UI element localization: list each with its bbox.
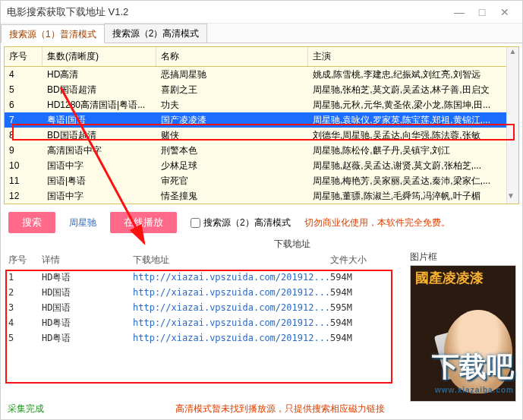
usage-warning: 切勿商业化使用，本软件完全免费。: [304, 216, 450, 229]
download-section-label: 下载地址: [1, 238, 522, 251]
table-row[interactable]: 11国语|粤语审死官周星驰,梅艳芳,吴家丽,吴孟达,秦沛,梁家仁,...: [5, 173, 518, 188]
table-row[interactable]: 4HD高清恶搞周星驰姚成,陈雪桃,李建忠,纪振斌,刘红亮,刘智远: [5, 67, 518, 82]
app-window: 电影搜索获取下载地址 V1.2 — □ ✕ 搜索源（1）普清模式 搜索源（2）高…: [0, 0, 523, 420]
picture-label: 图片框: [410, 251, 519, 264]
table-row[interactable]: 10国语中字少林足球周星驰,赵薇,吴孟达,谢贤,莫文蔚,张柏芝,...: [5, 158, 518, 173]
col-cast[interactable]: 主演: [308, 47, 518, 66]
window-title: 电影搜索获取下载地址 V1.2: [7, 5, 448, 19]
results-grid: 序号 集数(清晰度) 名称 主演 4HD高清恶搞周星驰姚成,陈雪桃,李建忠,纪振…: [4, 46, 519, 204]
dcol-url[interactable]: 下载地址: [128, 252, 326, 268]
movie-poster: 國產凌凌漆: [410, 265, 516, 402]
close-button[interactable]: ✕: [493, 6, 516, 18]
minimize-button[interactable]: —: [448, 6, 471, 18]
download-grid-header: 序号 详情 下载地址 文件大小: [4, 251, 405, 270]
download-grid-body[interactable]: 1HD粤语http://xiazai.vpszuida.com/201912..…: [4, 270, 405, 346]
grid-scrollbar[interactable]: ▲ ▼: [506, 47, 518, 204]
download-row[interactable]: 1HD粤语http://xiazai.vpszuida.com/201912..…: [4, 270, 405, 285]
statusbar: 采集完成 高清模式暂未找到播放源，只提供搜索相应磁力链接: [8, 403, 515, 415]
scroll-down-icon[interactable]: ▼: [507, 191, 515, 204]
play-button[interactable]: 在线播放: [110, 212, 177, 233]
search-button[interactable]: 搜索: [8, 212, 55, 233]
keyword-display[interactable]: 周星驰: [69, 216, 96, 229]
status-center: 高清模式暂未找到播放源，只提供搜索相应磁力链接: [44, 403, 515, 415]
col-seq[interactable]: 序号: [5, 47, 43, 66]
picture-panel: 图片框 國產凌凌漆: [410, 251, 519, 402]
table-row[interactable]: 7粤语|国语国产凌凌漆周星驰,袁咏仪,罗家英,陈宝莲,郑祖,黄锦江,...: [5, 112, 518, 128]
download-row[interactable]: 3HD国语http://xiazai.vpszuida.com/201912..…: [4, 300, 405, 315]
maximize-button[interactable]: □: [471, 6, 493, 18]
grid-header: 序号 集数(清晰度) 名称 主演: [5, 47, 518, 67]
source2-checkbox-input[interactable]: [191, 218, 200, 228]
dcol-seq[interactable]: 序号: [4, 252, 37, 268]
download-grid: 序号 详情 下载地址 文件大小 1HD粤语http://xiazai.vpszu…: [4, 251, 405, 402]
table-row[interactable]: 9高清国语中字刑警本色周星驰,陈松伶,麒子丹,吴镇宇,刘江: [5, 143, 518, 158]
source2-checkbox[interactable]: 搜索源（2）高清模式: [191, 216, 291, 229]
titlebar: 电影搜索获取下载地址 V1.2 — □ ✕: [1, 1, 522, 24]
table-row[interactable]: 8BD国语超清赌侠刘德华,周星驰,吴孟达,向华强,陈法蓉,张敏: [5, 128, 518, 143]
table-row[interactable]: 13共20集已完结北斗双雄梁朝伟,周星驰,周润发,任达华,陈秀珠: [5, 204, 518, 204]
col-name[interactable]: 名称: [156, 47, 308, 66]
dcol-detail[interactable]: 详情: [37, 252, 128, 268]
dcol-size[interactable]: 文件大小: [326, 252, 386, 268]
download-row[interactable]: 4HD粤语http://xiazai.vpszuida.com/201912..…: [4, 315, 405, 330]
grid-body[interactable]: 4HD高清恶搞周星驰姚成,陈雪桃,李建忠,纪振斌,刘红亮,刘智远5BD国语超清喜…: [5, 67, 518, 204]
source2-checkbox-label: 搜索源（2）高清模式: [203, 216, 291, 229]
tab-source-2[interactable]: 搜索源（2）高清模式: [104, 24, 208, 43]
lower-panel: 序号 详情 下载地址 文件大小 1HD粤语http://xiazai.vpszu…: [4, 251, 519, 402]
poster-title: 國產凌凌漆: [411, 266, 515, 290]
scroll-up-icon[interactable]: ▲: [507, 47, 518, 59]
status-left: 采集完成: [8, 403, 44, 415]
tab-source-1[interactable]: 搜索源（1）普清模式: [1, 24, 105, 43]
toolbar: 搜索 周星驰 在线播放 搜索源（2）高清模式 切勿商业化使用，本软件完全免费。: [1, 207, 522, 238]
download-row[interactable]: 5HD粤语http://xiazai.vpszuida.com/201912..…: [4, 330, 405, 346]
download-row[interactable]: 2HD国语http://xiazai.vpszuida.com/201912..…: [4, 285, 405, 300]
poster-face-shape: [444, 310, 512, 393]
table-row[interactable]: 6HD1280高清国语|粤语...功夫周星驰,元秋,元华,黄圣依,梁小龙,陈国坤…: [5, 97, 518, 112]
table-row[interactable]: 12国语中字情圣撞鬼周星驰,董骠,陈淑兰,毛舜筠,冯淬帆,叶子楣: [5, 188, 518, 204]
tabs: 搜索源（1）普清模式 搜索源（2）高清模式: [1, 24, 522, 43]
col-set[interactable]: 集数(清晰度): [43, 47, 156, 66]
table-row[interactable]: 5BD国语超清喜剧之王周星驰,张柏芝,莫文蔚,吴孟达,林子善,田启文: [5, 82, 518, 97]
